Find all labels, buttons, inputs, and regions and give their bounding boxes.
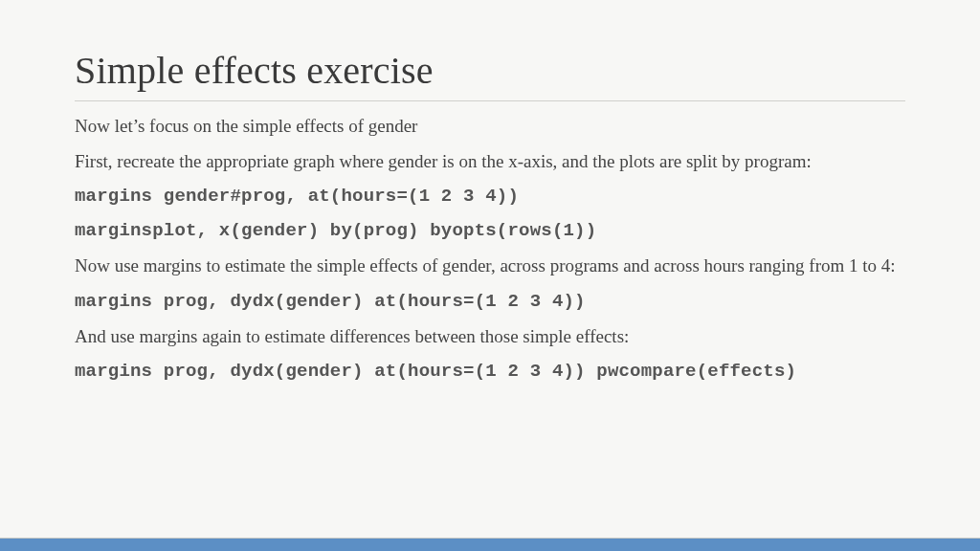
title-divider bbox=[75, 100, 905, 101]
slide-container: Simple effects exercise Now let’s focus … bbox=[0, 0, 980, 382]
paragraph-1: Now let’s focus on the simple effects of… bbox=[75, 115, 905, 137]
bottom-accent-band bbox=[0, 538, 980, 551]
code-line-1: margins gender#prog, at(hours=(1 2 3 4)) bbox=[75, 186, 905, 207]
paragraph-4: And use margins again to estimate differ… bbox=[75, 325, 905, 347]
paragraph-3: Now use margins to estimate the simple e… bbox=[75, 254, 905, 276]
code-line-2: marginsplot, x(gender) by(prog) byopts(r… bbox=[75, 220, 905, 241]
code-line-3: margins prog, dydx(gender) at(hours=(1 2… bbox=[75, 291, 905, 312]
slide-title: Simple effects exercise bbox=[75, 48, 905, 100]
code-line-4: margins prog, dydx(gender) at(hours=(1 2… bbox=[75, 361, 905, 382]
paragraph-2: First, recreate the appropriate graph wh… bbox=[75, 150, 905, 172]
